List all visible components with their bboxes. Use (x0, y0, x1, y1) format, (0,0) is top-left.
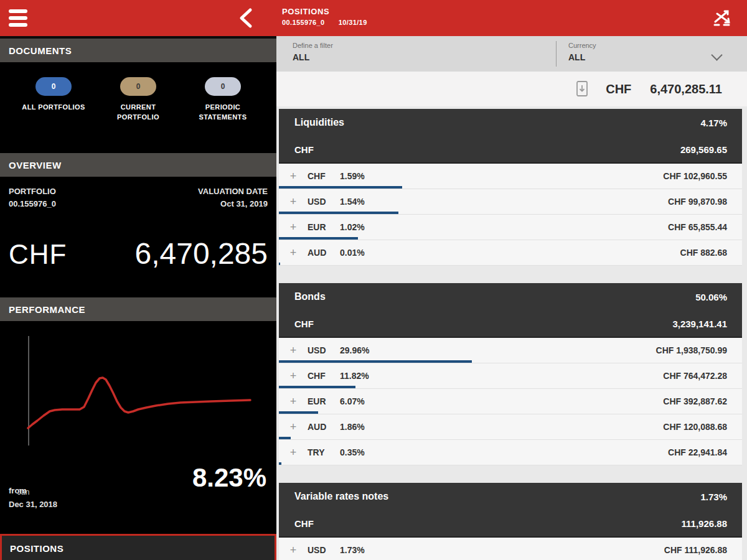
position-percent: 1.59% (340, 171, 365, 181)
hamburger-menu-icon[interactable] (9, 9, 30, 27)
page-title: POSITIONS (282, 7, 381, 16)
total-amount: 6,470,285 (134, 236, 268, 271)
allocation-bar (279, 386, 355, 388)
asset-section: Bonds 50.06% CHF 3,239,141.41 + USD 29.9… (279, 283, 742, 465)
expand-plus-icon[interactable]: + (279, 195, 308, 208)
document-badge: 0 CURRENT PORTFOLIO (101, 77, 176, 153)
document-badge: 0 ALL PORTFOLIOS (16, 77, 91, 153)
asset-rows: + CHF 1.59% CHF 102,960.55 + USD 1.54% C… (279, 164, 742, 266)
position-amount: CHF 764,472.28 (663, 371, 742, 381)
position-currency-code: EUR (308, 396, 340, 406)
position-row[interactable]: + EUR 1.02% CHF 65,855.44 (279, 215, 742, 240)
position-percent: 1.73% (340, 545, 365, 555)
asset-class-amount: 3,239,141.41 (672, 319, 727, 329)
position-amount: CHF 120,088.68 (663, 422, 742, 432)
asset-class-name: Bonds (294, 291, 326, 302)
asset-class-currency: CHF (294, 144, 314, 155)
allocation-bar (279, 237, 358, 240)
allocation-bar (279, 263, 280, 265)
document-count-pill[interactable]: 0 (35, 77, 72, 96)
expand-plus-icon[interactable]: + (279, 170, 308, 183)
swap-arrows-icon (712, 9, 732, 27)
position-row[interactable]: + AUD 1.86% CHF 120,088.68 (279, 414, 742, 440)
position-amount: CHF 1,938,750.99 (656, 345, 742, 355)
document-badge-label: PERIODIC STATEMENTS (186, 103, 260, 123)
position-currency-code: AUD (308, 422, 340, 432)
position-percent: 29.96% (340, 345, 369, 355)
position-currency-code: EUR (308, 222, 340, 232)
asset-sections: Liquidities 4.17% CHF 269,569.65 + CHF 1… (276, 109, 747, 560)
document-count-pill[interactable]: 0 (120, 77, 156, 96)
asset-section: Variable rates notes 1.73% CHF 111,926.8… (279, 483, 742, 560)
overview-content: PORTFOLIO 00.155976_0 VALUATION DATE Oct… (0, 177, 276, 297)
document-count-pill[interactable]: 0 (205, 77, 241, 96)
define-filter-label: Define a filter (293, 42, 333, 49)
expand-plus-icon[interactable]: + (279, 395, 308, 408)
portfolio-info: PORTFOLIO 00.155976_0 (9, 185, 56, 210)
portfolio-number: 00.155976_0 (9, 198, 56, 210)
asset-class-percent: 50.06% (695, 292, 727, 302)
performance-section-header: PERFORMANCE (0, 297, 276, 321)
position-row[interactable]: + TRY 0.35% CHF 22,941.84 (279, 440, 742, 465)
position-row[interactable]: + USD 1.73% CHF 111,926.88 (279, 538, 742, 560)
position-currency-code: CHF (308, 371, 340, 381)
position-currency-code: CHF (308, 171, 340, 181)
portfolio-label: PORTFOLIO (9, 185, 56, 198)
performance-line (28, 378, 250, 428)
allocation-bar (279, 186, 402, 189)
total-currency: CHF (9, 239, 67, 270)
asset-class-percent: 1.73% (700, 492, 727, 502)
position-row[interactable]: + CHF 11.82% CHF 764,472.28 (279, 363, 742, 389)
expand-plus-icon[interactable]: + (279, 221, 308, 234)
asset-section-header: Bonds 50.06% CHF 3,239,141.41 (279, 283, 742, 338)
position-row[interactable]: + USD 1.54% CHF 99,870.98 (279, 189, 742, 215)
asset-class-currency: CHF (294, 319, 314, 329)
position-amount: CHF 882.68 (680, 248, 742, 258)
asset-class-name: Liquidities (294, 117, 344, 128)
position-row[interactable]: + AUD 0.01% CHF 882.68 (279, 240, 742, 266)
position-currency-code: USD (308, 345, 340, 355)
transfer-button[interactable] (712, 9, 732, 27)
expand-plus-icon[interactable]: + (279, 370, 308, 383)
position-amount: CHF 22,941.84 (668, 447, 742, 457)
allocation-bar (279, 437, 291, 439)
expand-plus-icon[interactable]: + (279, 246, 308, 259)
sidebar-item-positions[interactable]: POSITIONS (0, 534, 276, 560)
asset-class-name: Variable rates notes (294, 491, 388, 502)
position-row[interactable]: + EUR 6.07% CHF 392,887.62 (279, 389, 742, 414)
back-button[interactable] (235, 6, 258, 30)
document-badge-label: CURRENT PORTFOLIO (101, 103, 176, 123)
define-filter-value: ALL (293, 52, 333, 62)
allocation-bar (279, 360, 472, 363)
portfolio-app: POSITIONS 00.155976_010/31/19 DOCUMENTS … (0, 0, 747, 560)
chevron-down-icon[interactable] (711, 49, 722, 60)
valuation-date-value: Oct 31, 2019 (198, 198, 268, 210)
grand-total-currency: CHF (606, 82, 631, 96)
asset-section-header: Liquidities 4.17% CHF 269,569.65 (279, 109, 742, 164)
document-download-icon[interactable] (576, 80, 590, 98)
position-percent: 1.86% (340, 422, 365, 432)
position-amount: CHF 99,870.98 (668, 197, 742, 207)
position-amount: CHF 111,926.88 (664, 545, 742, 555)
positions-panel: Define a filter ALL Currency ALL CHF 6,4… (276, 36, 747, 560)
expand-plus-icon[interactable]: + (279, 446, 308, 459)
position-amount: CHF 392,887.62 (663, 396, 742, 406)
position-amount: CHF 102,960.55 (663, 171, 742, 181)
position-amount: CHF 65,855.44 (668, 222, 742, 232)
asset-section-header: Variable rates notes 1.73% CHF 111,926.8… (279, 483, 742, 538)
position-row[interactable]: + CHF 1.59% CHF 102,960.55 (279, 164, 742, 189)
sidebar: DOCUMENTS 0 ALL PORTFOLIOS 0 CURRENT POR… (0, 36, 276, 560)
currency-filter-label: Currency (568, 42, 596, 49)
asset-rows: + USD 1.73% CHF 111,926.88 (279, 538, 742, 560)
portfolio-id: 00.155976_0 (282, 19, 325, 26)
asset-rows: + USD 29.96% CHF 1,938,750.99 + CHF 11.8… (279, 338, 742, 465)
grand-total-amount: 6,470,285.11 (650, 82, 722, 96)
currency-filter-field[interactable]: Currency ALL (568, 42, 596, 62)
currency-filter-value: ALL (568, 52, 596, 62)
expand-plus-icon[interactable]: + (279, 421, 308, 434)
top-bar: POSITIONS 00.155976_010/31/19 (0, 0, 747, 36)
position-row[interactable]: + USD 29.96% CHF 1,938,750.99 (279, 338, 742, 363)
expand-plus-icon[interactable]: + (279, 544, 308, 557)
define-filter-field[interactable]: Define a filter ALL (293, 42, 333, 62)
expand-plus-icon[interactable]: + (279, 344, 308, 357)
